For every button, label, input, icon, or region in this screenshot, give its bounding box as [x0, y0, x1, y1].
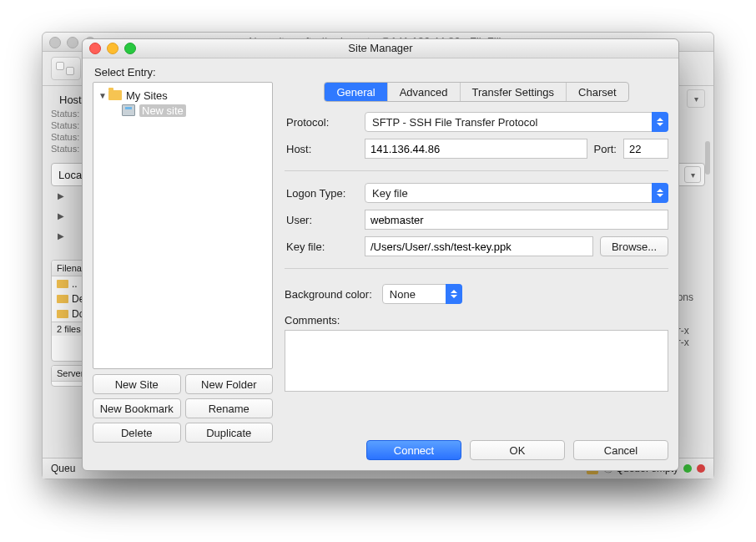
site-tree[interactable]: ▼ My Sites New site — [93, 82, 273, 369]
comments-label: Comments: — [285, 314, 668, 327]
host-input[interactable] — [365, 139, 587, 159]
host-label: Host: — [285, 143, 360, 155]
user-label: User: — [285, 214, 360, 226]
browse-button[interactable]: Browse... — [600, 236, 668, 256]
dialog-titlebar[interactable]: Site Manager — [83, 39, 678, 58]
tree-expander-icon[interactable]: ▶ — [43, 208, 64, 225]
tree-folder-row[interactable]: ▼ My Sites — [97, 88, 269, 103]
connect-button[interactable]: Connect — [366, 440, 461, 460]
port-label: Port: — [594, 143, 617, 155]
protocol-select[interactable]: SFTP - SSH File Transfer Protocol — [365, 112, 668, 132]
duplicate-button[interactable]: Duplicate — [185, 423, 274, 443]
bgcolor-select[interactable]: None — [382, 284, 462, 304]
new-folder-button[interactable]: New Folder — [185, 374, 274, 394]
site-manager-icon[interactable] — [51, 57, 81, 80]
folder-icon — [108, 90, 122, 100]
divider — [285, 170, 668, 171]
site-manager-dialog: Site Manager Select Entry: ▼ My Sites Ne… — [82, 38, 679, 471]
dialog-title: Site Manager — [348, 42, 412, 54]
tree-expander-icon[interactable]: ▶ — [43, 228, 64, 245]
cancel-button[interactable]: Cancel — [573, 440, 668, 460]
bg-traffic-close-icon[interactable] — [49, 37, 61, 48]
port-input[interactable] — [623, 139, 668, 159]
bgcolor-label: Background color: — [285, 288, 372, 301]
settings-tabs: General Advanced Transfer Settings Chars… — [324, 82, 628, 102]
disclosure-triangle-icon[interactable]: ▼ — [97, 91, 108, 100]
new-bookmark-button[interactable]: New Bookmark — [93, 398, 181, 418]
select-arrow-icon — [652, 112, 668, 132]
local-site-label: Local — [58, 169, 84, 181]
new-site-button[interactable]: New Site — [93, 374, 181, 394]
keyfile-input[interactable] — [365, 236, 593, 256]
tree-site-row[interactable]: New site — [97, 103, 269, 118]
chevron-down-icon[interactable]: ▾ — [684, 166, 701, 183]
permissions-column: ons r-x r-x — [678, 291, 693, 348]
chevron-down-icon: ▾ — [694, 94, 698, 104]
divider — [285, 268, 668, 269]
tree-folder-label: My Sites — [126, 89, 168, 102]
status-dot-green-icon — [683, 464, 692, 473]
close-icon[interactable] — [89, 43, 101, 54]
folder-icon — [57, 310, 68, 318]
protocol-label: Protocol: — [285, 116, 360, 129]
tab-advanced[interactable]: Advanced — [388, 83, 461, 101]
logon-type-select[interactable]: Key file — [365, 183, 668, 203]
tab-general[interactable]: General — [325, 83, 387, 101]
delete-button[interactable]: Delete — [93, 423, 181, 443]
folder-icon — [57, 295, 68, 303]
select-arrow-icon — [652, 183, 668, 203]
quickconnect-history-icon[interactable]: ▾ — [687, 89, 705, 108]
queue-tab-label[interactable]: Queu — [51, 463, 75, 474]
ok-button[interactable]: OK — [470, 440, 565, 460]
server-icon — [122, 104, 135, 116]
user-input[interactable] — [365, 210, 668, 230]
tree-expander-icon[interactable]: ▶ — [43, 188, 64, 205]
comments-textarea[interactable] — [285, 330, 668, 392]
minimize-icon[interactable] — [107, 43, 118, 54]
tab-transfer-settings[interactable]: Transfer Settings — [461, 83, 567, 101]
folder-icon — [57, 280, 68, 288]
logon-type-label: Logon Type: — [285, 187, 360, 200]
bg-traffic-min-icon[interactable] — [67, 37, 78, 48]
rename-button[interactable]: Rename — [185, 398, 274, 418]
keyfile-label: Key file: — [285, 241, 360, 253]
tab-charset[interactable]: Charset — [567, 83, 628, 101]
scrollbar[interactable] — [703, 133, 712, 453]
status-dot-red-icon — [697, 464, 705, 473]
select-arrow-icon — [446, 284, 462, 304]
select-entry-label: Select Entry: — [94, 66, 668, 79]
zoom-icon[interactable] — [124, 43, 136, 54]
tree-site-label: New site — [139, 104, 186, 117]
